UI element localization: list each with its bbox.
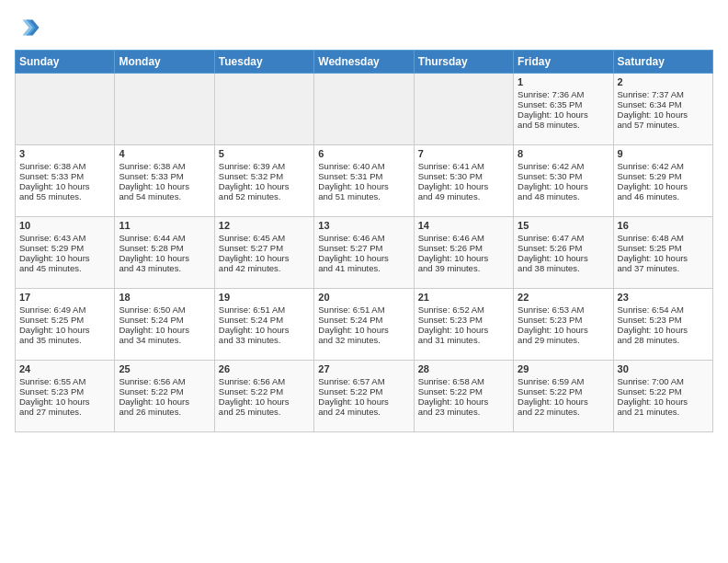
- day-info: and 28 minutes.: [618, 335, 709, 345]
- calendar-cell: 15Sunrise: 6:47 AMSunset: 5:26 PMDayligh…: [514, 217, 613, 289]
- day-info: Daylight: 10 hours: [219, 325, 310, 335]
- day-info: and 24 minutes.: [318, 407, 409, 417]
- day-info: and 58 minutes.: [518, 120, 609, 130]
- week-row-1: 1Sunrise: 7:36 AMSunset: 6:35 PMDaylight…: [16, 74, 713, 145]
- day-info: and 25 minutes.: [219, 407, 310, 417]
- day-info: Sunset: 5:26 PM: [418, 243, 509, 253]
- day-info: Daylight: 10 hours: [318, 181, 409, 191]
- weekday-header-thursday: Thursday: [414, 51, 513, 74]
- calendar-cell: 18Sunrise: 6:50 AMSunset: 5:24 PMDayligh…: [115, 289, 214, 361]
- day-info: Daylight: 10 hours: [518, 396, 609, 407]
- day-info: Sunrise: 6:51 AM: [219, 304, 310, 315]
- day-info: Sunset: 5:30 PM: [418, 171, 509, 181]
- day-info: Sunset: 5:22 PM: [618, 386, 709, 396]
- week-row-4: 17Sunrise: 6:49 AMSunset: 5:25 PMDayligh…: [16, 289, 713, 361]
- day-info: Sunrise: 6:47 AM: [518, 233, 609, 243]
- weekday-header-saturday: Saturday: [613, 51, 712, 74]
- day-info: Sunrise: 6:56 AM: [119, 376, 210, 386]
- day-info: Sunrise: 6:43 AM: [19, 233, 110, 243]
- day-info: Daylight: 10 hours: [618, 325, 709, 335]
- day-info: and 34 minutes.: [119, 335, 210, 345]
- weekday-header-monday: Monday: [115, 51, 214, 74]
- day-info: Sunrise: 6:51 AM: [318, 304, 409, 315]
- day-info: Sunset: 5:23 PM: [618, 315, 709, 325]
- day-info: and 22 minutes.: [518, 407, 609, 417]
- day-info: Sunset: 5:30 PM: [518, 171, 609, 181]
- day-number: 27: [318, 363, 409, 374]
- day-number: 13: [318, 220, 409, 231]
- day-info: Daylight: 10 hours: [318, 253, 409, 263]
- day-number: 6: [318, 148, 409, 159]
- day-info: Daylight: 10 hours: [418, 396, 509, 407]
- calendar-cell: 6Sunrise: 6:40 AMSunset: 5:31 PMDaylight…: [314, 145, 414, 217]
- day-info: Daylight: 10 hours: [618, 253, 709, 263]
- day-number: 19: [219, 292, 310, 303]
- calendar-cell: 12Sunrise: 6:45 AMSunset: 5:27 PMDayligh…: [214, 217, 313, 289]
- day-info: and 33 minutes.: [219, 335, 310, 345]
- day-number: 3: [19, 148, 110, 159]
- day-number: 15: [518, 220, 609, 231]
- day-info: Daylight: 10 hours: [119, 181, 210, 191]
- day-info: Daylight: 10 hours: [19, 325, 110, 335]
- day-number: 18: [119, 292, 210, 303]
- logo: [15, 15, 44, 40]
- day-info: Daylight: 10 hours: [618, 396, 709, 407]
- day-info: Daylight: 10 hours: [19, 181, 110, 191]
- day-info: Sunrise: 6:54 AM: [618, 304, 709, 315]
- day-info: Sunset: 5:22 PM: [119, 386, 210, 396]
- day-number: 12: [219, 220, 310, 231]
- day-info: and 45 minutes.: [19, 263, 110, 273]
- day-info: Sunrise: 7:36 AM: [518, 89, 609, 99]
- day-number: 11: [119, 220, 210, 231]
- day-info: Sunset: 5:23 PM: [19, 386, 110, 396]
- day-info: Sunset: 5:27 PM: [219, 243, 310, 253]
- weekday-header-tuesday: Tuesday: [214, 51, 313, 74]
- weekday-header-friday: Friday: [514, 51, 613, 74]
- day-info: Daylight: 10 hours: [518, 181, 609, 191]
- calendar-cell: 28Sunrise: 6:58 AMSunset: 5:22 PMDayligh…: [414, 361, 513, 432]
- day-info: Daylight: 10 hours: [618, 109, 709, 120]
- day-info: and 27 minutes.: [19, 407, 110, 417]
- day-info: Sunset: 5:22 PM: [219, 386, 310, 396]
- day-info: Sunrise: 6:50 AM: [119, 304, 210, 315]
- calendar-table: SundayMondayTuesdayWednesdayThursdayFrid…: [15, 50, 713, 432]
- day-number: 20: [318, 292, 409, 303]
- day-info: Sunrise: 6:55 AM: [19, 376, 110, 386]
- day-info: Sunrise: 6:38 AM: [19, 161, 110, 171]
- day-info: Sunset: 5:33 PM: [119, 171, 210, 181]
- day-info: Sunset: 5:24 PM: [119, 315, 210, 325]
- day-info: Sunrise: 6:56 AM: [219, 376, 310, 386]
- day-info: and 21 minutes.: [618, 407, 709, 417]
- day-info: Daylight: 10 hours: [19, 396, 110, 407]
- day-number: 9: [618, 148, 709, 159]
- page: SundayMondayTuesdayWednesdayThursdayFrid…: [0, 0, 728, 563]
- calendar-cell: 8Sunrise: 6:42 AMSunset: 5:30 PMDaylight…: [514, 145, 613, 217]
- day-info: Daylight: 10 hours: [518, 325, 609, 335]
- day-info: Sunrise: 6:49 AM: [19, 304, 110, 315]
- day-info: Sunrise: 6:44 AM: [119, 233, 210, 243]
- day-info: and 52 minutes.: [219, 191, 310, 201]
- day-info: Sunset: 5:29 PM: [19, 243, 110, 253]
- calendar-cell: [314, 74, 414, 145]
- day-info: and 26 minutes.: [119, 407, 210, 417]
- day-info: and 35 minutes.: [19, 335, 110, 345]
- day-info: Daylight: 10 hours: [518, 253, 609, 263]
- day-info: Daylight: 10 hours: [418, 253, 509, 263]
- day-info: Daylight: 10 hours: [19, 253, 110, 263]
- day-info: Sunset: 5:24 PM: [318, 315, 409, 325]
- day-number: 4: [119, 148, 210, 159]
- day-info: Daylight: 10 hours: [518, 109, 609, 120]
- calendar-cell: 9Sunrise: 6:42 AMSunset: 5:29 PMDaylight…: [613, 145, 712, 217]
- day-number: 7: [418, 148, 509, 159]
- day-number: 10: [19, 220, 110, 231]
- calendar-cell: [214, 74, 313, 145]
- day-info: Daylight: 10 hours: [219, 396, 310, 407]
- day-info: Sunrise: 6:46 AM: [318, 233, 409, 243]
- day-info: and 23 minutes.: [418, 407, 509, 417]
- calendar-cell: [115, 74, 214, 145]
- header: [15, 15, 713, 40]
- day-info: Sunset: 5:28 PM: [119, 243, 210, 253]
- day-info: Daylight: 10 hours: [219, 181, 310, 191]
- day-info: Sunset: 5:24 PM: [219, 315, 310, 325]
- calendar-cell: 10Sunrise: 6:43 AMSunset: 5:29 PMDayligh…: [16, 217, 115, 289]
